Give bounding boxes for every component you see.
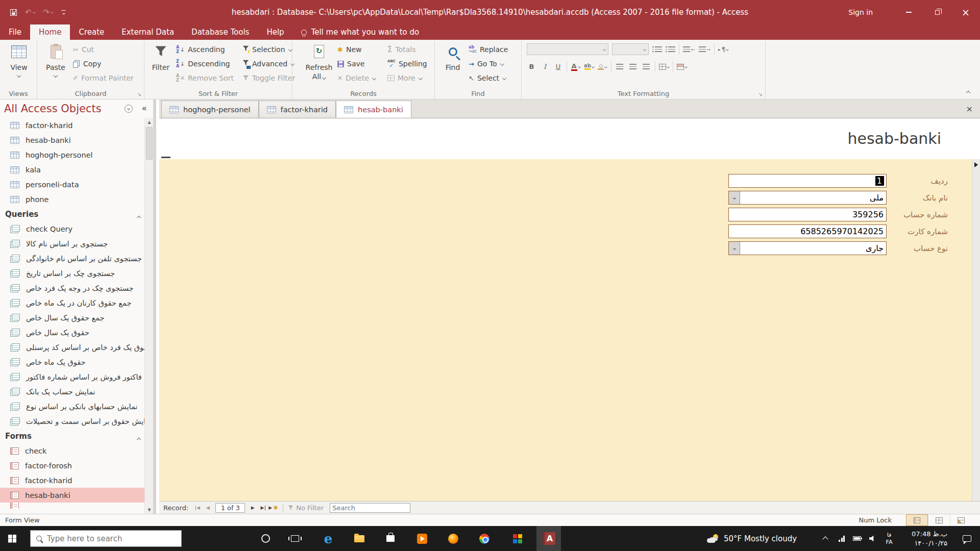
nav-item-query[interactable]: حقوق یک فرد خاص بر اساس کد پرسنلی [0, 340, 144, 355]
view-button[interactable]: View [5, 42, 33, 77]
document-tab[interactable]: factor-kharid [259, 101, 336, 118]
nav-item-form[interactable]: factor-forosh [0, 458, 144, 473]
decrease-indent-icon[interactable]: ← [683, 44, 695, 55]
italic-button[interactable]: I [540, 62, 550, 72]
go-to-button[interactable]: →Go To [469, 57, 508, 71]
nav-item-query[interactable]: جمع حقوق یک سال خاص [0, 310, 144, 325]
form-field-input[interactable]: 1 [728, 174, 887, 188]
app-button[interactable] [505, 526, 530, 551]
select-button[interactable]: ↖Select [469, 71, 508, 85]
taskbar-search[interactable] [30, 530, 182, 547]
nav-item-query[interactable]: جستجوی چک در وجه یک فرد خاص [0, 281, 144, 295]
nav-item-form[interactable] [0, 503, 144, 509]
show-hidden-icons-button[interactable] [819, 526, 832, 551]
action-center-button[interactable] [955, 526, 978, 551]
new-blank-record-icon[interactable]: ▶✱ [268, 505, 278, 511]
nav-item-table[interactable]: hoghogh-personel [0, 147, 144, 162]
nav-item-table[interactable]: hesab-banki [0, 133, 144, 147]
store-button[interactable] [378, 526, 403, 551]
nav-item-query[interactable]: نمایش حسابهای بانکی بر اساس نوع [0, 399, 144, 414]
descending-button[interactable]: ZA↓Descending [176, 57, 234, 71]
remove-sort-button[interactable]: AZ✕Remove Sort [176, 71, 234, 85]
form-right-scroll-strip[interactable] [972, 159, 980, 501]
nav-item-table[interactable]: personeli-data [0, 177, 144, 192]
datasheet-view-button[interactable] [928, 514, 950, 526]
tell-me-box[interactable]: Tell me what you want to do [301, 24, 420, 40]
nav-item-table[interactable]: factor-kharid [0, 118, 144, 133]
align-right-icon[interactable] [642, 62, 651, 72]
form-field-input[interactable]: 6585265970142025 [728, 224, 887, 238]
customize-quick-access-icon[interactable] [61, 10, 66, 15]
totals-button[interactable]: ΣTotals [387, 42, 427, 57]
shutter-bar-close-icon[interactable]: « [142, 103, 147, 113]
combo-dropdown-icon[interactable] [729, 242, 740, 255]
clipboard-dialog-launcher[interactable]: ↘ [137, 91, 141, 97]
align-center-icon[interactable] [628, 62, 638, 72]
nav-item-query[interactable]: حقوق یک سال خاص [0, 325, 144, 340]
clock[interactable]: 07:48 ب.ظ ۱۴۰۰/۱۰/۲۵ [899, 526, 950, 551]
scrollbar-up-icon[interactable]: ▲ [145, 118, 154, 126]
font-color-button[interactable]: A [571, 62, 580, 72]
scrollbar-thumb[interactable] [146, 127, 153, 160]
battery-tray-icon[interactable] [850, 526, 864, 551]
new-record-button[interactable]: ✱New [337, 42, 376, 57]
document-tab[interactable]: hoghogh-personel [161, 101, 259, 118]
nav-item-query[interactable]: نمایش حساب یک بانک [0, 384, 144, 399]
nav-section-queries[interactable]: Queries [0, 207, 144, 221]
replace-button[interactable]: ab↪acReplace [469, 42, 508, 57]
nav-item-query[interactable]: جستجوی چک بر اساس تاریخ [0, 266, 144, 281]
nav-item-query[interactable]: حقوق یک ماه خاص [0, 355, 144, 369]
ribbon-tab[interactable]: Home [30, 24, 70, 40]
selection-button[interactable]: Selection [242, 42, 295, 57]
text-direction-icon[interactable]: ▸¶ [718, 44, 728, 55]
volume-tray-icon[interactable] [866, 526, 879, 551]
copy-button[interactable]: Copy [73, 57, 134, 71]
alternate-row-color-icon[interactable] [677, 62, 687, 72]
access-taskbar-button[interactable]: A [536, 526, 561, 551]
chrome-button[interactable] [472, 526, 497, 551]
collapse-section-icon[interactable] [137, 434, 140, 443]
nav-item-query[interactable]: فاکتور فروش بر اساس شماره فاکتور [0, 369, 144, 384]
nav-item-table[interactable]: phone [0, 192, 144, 207]
background-fill-button[interactable]: ◇ [598, 62, 607, 72]
nav-section-forms[interactable]: Forms [0, 429, 144, 443]
collapse-section-icon[interactable] [137, 212, 140, 221]
form-field-input[interactable]: 359256 [728, 208, 887, 221]
form-field-input[interactable]: جاری [728, 241, 887, 255]
refresh-all-button[interactable]: ↻ Refresh All [304, 42, 334, 81]
nav-item-query[interactable]: check Query [0, 221, 144, 236]
toggle-filter-button[interactable]: Toggle Filter [242, 71, 295, 85]
align-left-icon[interactable] [615, 62, 625, 72]
advanced-button[interactable]: Advanced [242, 57, 295, 71]
filter-state-button[interactable]: No Filter [288, 504, 324, 512]
cortana-button[interactable] [253, 526, 278, 551]
task-view-button[interactable] [283, 526, 307, 551]
paste-button[interactable]: Paste [41, 42, 70, 77]
taskbar-search-input[interactable] [47, 534, 164, 543]
spelling-button[interactable]: ABC✓Spelling [387, 57, 427, 71]
format-painter-button[interactable]: ✐Format Painter [73, 71, 134, 85]
nav-item-form[interactable]: factor-kharid [0, 473, 144, 488]
delete-record-button[interactable]: ✕Delete [337, 71, 376, 85]
language-indicator[interactable]: فا FA [881, 526, 897, 551]
close-object-icon[interactable]: × [959, 99, 980, 118]
edge-button[interactable]: e [316, 526, 340, 551]
previous-record-icon[interactable]: ◀ [203, 505, 213, 510]
bullets-icon[interactable] [652, 44, 662, 55]
sign-in-button[interactable]: Sign in [848, 8, 873, 16]
ribbon-tab[interactable]: Create [70, 24, 113, 40]
nav-item-query[interactable]: نمایش حقوق بر اساس سمت و تحصیلات [0, 414, 144, 429]
nav-item-form[interactable]: check [0, 443, 144, 458]
ribbon-tab[interactable]: Database Tools [183, 24, 258, 40]
scroll-right-icon[interactable] [974, 162, 978, 167]
form-field-input[interactable]: ملی [728, 191, 887, 205]
cut-button[interactable]: ✂Cut [73, 42, 134, 57]
nav-item-query[interactable]: جستجوی بر اساس نام کالا [0, 236, 144, 251]
weather-widget[interactable]: 50°F Mostly cloudy [707, 526, 799, 551]
next-record-icon[interactable]: ▶ [248, 505, 258, 510]
find-button[interactable]: Find [441, 42, 464, 72]
scrollbar-down-icon[interactable]: ▼ [145, 506, 154, 514]
record-search-input[interactable] [330, 503, 410, 513]
filter-button[interactable]: Filter [148, 42, 174, 72]
nav-item-query[interactable]: جستجوی تلفن بر اساس نام خانوادگی [0, 251, 144, 266]
